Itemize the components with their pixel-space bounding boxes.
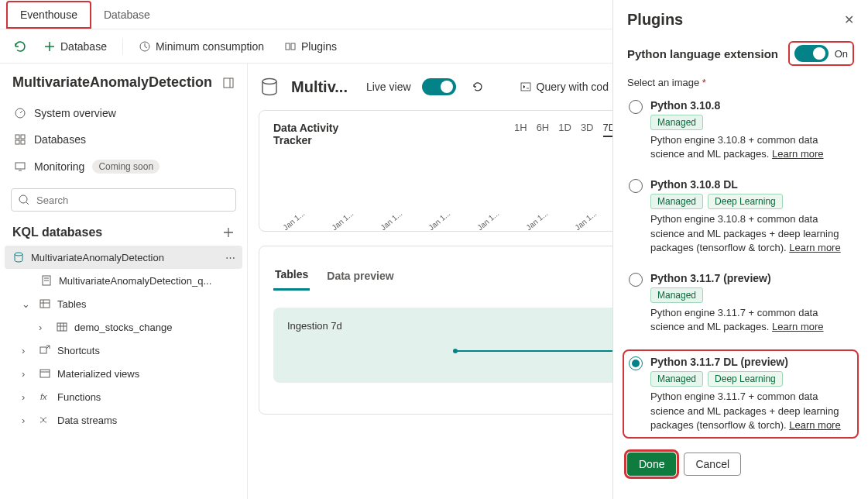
svg-text:fx: fx <box>40 392 47 401</box>
deep-learning-badge: Deep Learning <box>708 371 783 387</box>
function-icon: fx <box>39 391 51 403</box>
chevron-right-icon[interactable]: › <box>22 391 33 403</box>
nav-system-overview[interactable]: System overview <box>5 100 242 126</box>
plugins-panel: Plugins ✕ Python language extension On S… <box>612 0 868 499</box>
deep-learning-badge: Deep Learning <box>708 194 783 209</box>
radio-icon[interactable] <box>629 273 643 287</box>
database-icon <box>12 251 25 263</box>
cancel-button[interactable]: Cancel <box>684 453 741 476</box>
chevron-right-icon[interactable]: › <box>22 345 33 356</box>
divider <box>122 38 123 55</box>
plugin-icon <box>284 40 297 53</box>
tree-label: Materialized views <box>57 368 139 380</box>
svg-rect-8 <box>21 140 25 144</box>
plugins-button[interactable]: Plugins <box>276 36 345 57</box>
svg-rect-6 <box>21 135 25 139</box>
learn-more-link[interactable]: Learn more <box>789 419 840 431</box>
chevron-down-icon[interactable]: ⌄ <box>22 298 33 310</box>
sidebar-search[interactable] <box>11 188 236 212</box>
chevron-right-icon[interactable]: › <box>22 415 33 426</box>
plus-icon <box>43 40 56 53</box>
tree-label: Shortcuts <box>57 345 100 356</box>
new-database-button[interactable]: Database <box>36 36 115 57</box>
option-title: Python 3.10.8 DL <box>650 178 853 191</box>
learn-more-link[interactable]: Learn more <box>772 321 823 332</box>
gauge-icon <box>139 40 151 53</box>
svg-point-10 <box>19 195 27 203</box>
radio-icon[interactable] <box>629 179 643 193</box>
tab-tables[interactable]: Tables <box>273 262 310 291</box>
refresh-button[interactable] <box>467 76 489 98</box>
sidebar-title: MultivariateAnomalyDetection <box>12 74 212 91</box>
more-icon[interactable]: ⋯ <box>225 252 236 263</box>
option-python-3117-dl[interactable]: Python 3.11.7 DL (preview) Managed Deep … <box>623 349 859 439</box>
query-button[interactable]: Query with cod <box>515 76 613 98</box>
nav-label: Monitoring <box>34 160 84 173</box>
svg-rect-15 <box>40 347 46 353</box>
time-1d[interactable]: 1D <box>558 122 571 137</box>
tab-eventhouse[interactable]: Eventhouse <box>6 1 91 29</box>
new-database-label: Database <box>60 40 107 53</box>
section-title: KQL databases <box>12 225 102 239</box>
svg-rect-9 <box>15 163 25 169</box>
chevron-right-icon[interactable]: › <box>22 368 33 380</box>
close-icon[interactable]: ✕ <box>844 12 854 27</box>
refresh-icon[interactable] <box>9 36 31 57</box>
managed-badge: Managed <box>650 371 703 387</box>
time-1h[interactable]: 1H <box>514 122 527 137</box>
tree-materialized-views[interactable]: › Materialized views <box>5 362 242 385</box>
card-title: Data Activity Tracker <box>273 122 351 146</box>
min-consumption-button[interactable]: Minimum consumption <box>131 36 272 57</box>
tree-queryset[interactable]: MultivariateAnomalyDetection_q... <box>5 269 242 292</box>
time-6h[interactable]: 6H <box>537 122 550 137</box>
svg-rect-3 <box>224 78 233 88</box>
plugins-label: Plugins <box>301 40 337 53</box>
option-desc: Python engine 3.11.7 + common data scien… <box>650 390 853 432</box>
collapse-icon[interactable] <box>222 77 235 89</box>
min-consumption-label: Minimum consumption <box>156 40 264 53</box>
tree-label: Data streams <box>57 415 117 426</box>
tab-data-preview[interactable]: Data preview <box>325 263 395 290</box>
plus-icon[interactable] <box>222 226 235 239</box>
svg-rect-5 <box>15 135 19 139</box>
tree-database[interactable]: MultivariateAnomalyDetection ⋯ <box>5 246 242 269</box>
done-button[interactable]: Done <box>627 453 676 476</box>
option-python-3108[interactable]: Python 3.10.8 Managed Python engine 3.10… <box>627 98 854 163</box>
panel-title: Plugins <box>627 11 683 29</box>
search-input[interactable] <box>36 194 229 206</box>
gauge-icon <box>14 107 26 119</box>
option-title: Python 3.11.7 (preview) <box>650 272 853 284</box>
chevron-right-icon[interactable]: › <box>39 322 50 333</box>
option-python-3117[interactable]: Python 3.11.7 (preview) Managed Python e… <box>627 270 854 336</box>
live-view-toggle[interactable] <box>422 78 456 95</box>
learn-more-link[interactable]: Learn more <box>789 242 840 253</box>
svg-rect-7 <box>15 140 19 144</box>
nav-monitoring[interactable]: Monitoring Coming soon <box>5 153 242 181</box>
live-view-label: Live view <box>366 81 411 93</box>
managed-badge: Managed <box>650 115 703 130</box>
tree-data-streams[interactable]: › Data streams <box>5 408 242 432</box>
learn-more-link[interactable]: Learn more <box>772 148 823 160</box>
content-title: Multiv... <box>291 78 348 96</box>
table-icon <box>56 321 68 333</box>
tree-shortcuts[interactable]: › Shortcuts <box>5 339 242 362</box>
view-icon <box>39 367 51 380</box>
radio-icon[interactable] <box>629 356 643 370</box>
queryset-icon <box>40 274 53 287</box>
tree-table-demo[interactable]: › demo_stocks_change <box>5 315 242 339</box>
radio-icon[interactable] <box>629 100 643 114</box>
table-icon <box>39 298 51 310</box>
extension-toggle[interactable] <box>794 45 829 62</box>
tree-functions[interactable]: › fx Functions <box>5 385 242 408</box>
nav-databases[interactable]: Databases <box>5 126 242 153</box>
nav-label: Databases <box>34 133 86 146</box>
time-3d[interactable]: 3D <box>581 122 594 137</box>
tree-tables[interactable]: ⌄ Tables <box>5 292 242 315</box>
option-desc: Python engine 3.10.8 + common data scien… <box>650 212 853 255</box>
select-image-label: Select an image * <box>627 77 854 88</box>
svg-rect-16 <box>40 370 50 377</box>
option-python-3108-dl[interactable]: Python 3.10.8 DL Managed Deep Learning P… <box>627 177 854 256</box>
svg-point-11 <box>15 253 22 256</box>
svg-point-18 <box>262 79 276 84</box>
tab-database[interactable]: Database <box>91 2 163 29</box>
